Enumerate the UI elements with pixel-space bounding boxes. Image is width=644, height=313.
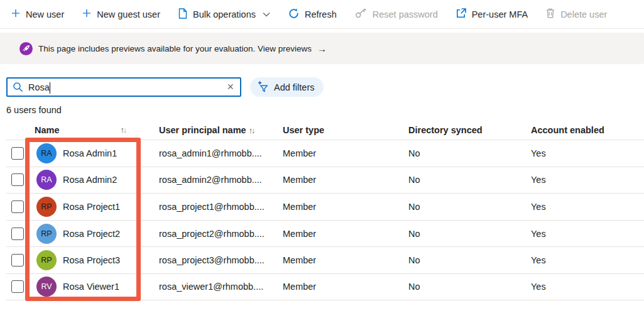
refresh-icon <box>288 8 299 21</box>
add-filters-label: Add filters <box>274 82 314 92</box>
user-principal-name: rosa_project3@rhmobb.... <box>159 255 283 265</box>
user-name-link[interactable]: Rosa Project1 <box>63 202 120 212</box>
account-enabled: Yes <box>531 229 644 239</box>
clear-search-button[interactable]: × <box>223 81 240 94</box>
user-type: Member <box>283 255 408 265</box>
account-enabled: Yes <box>531 202 644 212</box>
new-guest-user-button[interactable]: New guest user <box>82 9 160 19</box>
filter-plus-icon <box>258 80 270 94</box>
row-checkbox[interactable] <box>11 173 24 186</box>
column-header-account-enabled[interactable]: Account enabled <box>531 125 644 135</box>
avatar: RP <box>36 224 57 244</box>
per-user-mfa-label: Per-user MFA <box>472 9 528 19</box>
refresh-button[interactable]: Refresh <box>288 8 337 21</box>
banner-text: This page includes previews available fo… <box>38 44 312 53</box>
table-row[interactable]: RA Rosa Admin2 rosa_admin2@rhmobb.... Me… <box>6 167 644 194</box>
column-header-name[interactable]: Name ↑↓ <box>31 125 159 135</box>
user-name-link[interactable]: Rosa Project3 <box>63 255 120 265</box>
avatar: RA <box>36 143 57 163</box>
arrow-right-icon[interactable]: → <box>317 43 327 54</box>
key-icon <box>355 8 367 21</box>
bulk-operations-label: Bulk operations <box>193 9 256 19</box>
user-type: Member <box>283 148 408 158</box>
view-previews-link[interactable]: View previews <box>258 44 312 53</box>
plus-icon <box>11 9 20 19</box>
banner-message: This page includes previews available fo… <box>38 44 255 53</box>
results-count: 6 users found <box>6 105 644 115</box>
command-bar: New user New guest user Bulk operations … <box>0 0 644 29</box>
user-name-link[interactable]: Rosa Admin2 <box>63 175 117 185</box>
text-cursor <box>50 82 50 94</box>
trash-icon <box>546 8 555 20</box>
search-box[interactable]: × <box>6 77 241 97</box>
column-header-upn[interactable]: User principal name ↑↓ <box>159 125 283 135</box>
directory-synced: No <box>408 175 531 185</box>
row-checkbox[interactable] <box>11 228 24 240</box>
account-enabled: Yes <box>531 175 644 185</box>
row-checkbox[interactable] <box>11 200 24 213</box>
row-checkbox[interactable] <box>11 147 24 160</box>
user-principal-name: rosa_project1@rhmobb.... <box>159 202 283 212</box>
row-checkbox[interactable] <box>11 254 24 266</box>
directory-synced: No <box>408 148 531 158</box>
directory-synced: No <box>408 229 531 239</box>
refresh-label: Refresh <box>305 9 337 19</box>
sort-icons: ↑↓ <box>121 126 126 135</box>
sort-icons: ↑↓ <box>249 126 254 135</box>
upn-header-label: User principal name <box>159 125 246 135</box>
per-user-mfa-button[interactable]: Per-user MFA <box>456 8 528 20</box>
delete-user-button[interactable]: Delete user <box>546 8 607 20</box>
preview-banner: This page includes previews available fo… <box>0 33 644 64</box>
table-header: Name ↑↓ User principal name ↑↓ User type… <box>0 121 644 140</box>
directory-synced: No <box>408 282 531 292</box>
account-enabled: Yes <box>531 255 644 265</box>
chevron-down-icon <box>263 12 270 17</box>
table-row[interactable]: RA Rosa Admin1 rosa_admin1@rhmobb.... Me… <box>6 140 644 167</box>
user-name-link[interactable]: Rosa Viewer1 <box>63 282 119 292</box>
user-principal-name: rosa_admin1@rhmobb.... <box>159 148 283 158</box>
account-enabled: Yes <box>531 282 644 292</box>
user-type: Member <box>283 175 408 185</box>
avatar: RP <box>36 250 57 270</box>
reset-password-label: Reset password <box>373 9 438 19</box>
user-name-link[interactable]: Rosa Project2 <box>63 229 120 239</box>
user-name-link[interactable]: Rosa Admin1 <box>63 148 117 158</box>
directory-synced: No <box>408 255 531 265</box>
directory-synced: No <box>408 202 531 212</box>
user-principal-name: rosa_viewer1@rhmobb.... <box>159 282 283 292</box>
user-type: Member <box>283 202 408 212</box>
avatar: RP <box>36 197 57 217</box>
row-checkbox[interactable] <box>11 280 24 293</box>
user-type: Member <box>283 229 408 239</box>
user-type: Member <box>283 282 408 292</box>
search-icon <box>13 82 23 92</box>
column-header-directory-synced[interactable]: Directory synced <box>408 125 531 135</box>
table-row[interactable]: RV Rosa Viewer1 rosa_viewer1@rhmobb.... … <box>6 273 644 300</box>
table-row[interactable]: RP Rosa Project2 rosa_project2@rhmobb...… <box>6 220 644 247</box>
account-enabled: Yes <box>531 148 644 158</box>
avatar: RV <box>36 277 57 297</box>
rocket-icon <box>19 42 33 55</box>
bulk-operations-button[interactable]: Bulk operations <box>178 8 270 21</box>
new-user-button[interactable]: New user <box>11 9 64 19</box>
external-link-icon <box>456 8 466 20</box>
delete-user-label: Delete user <box>560 9 607 19</box>
search-row: × Add filters <box>6 77 644 97</box>
name-header-label: Name <box>35 125 60 135</box>
table-body: RA Rosa Admin1 rosa_admin1@rhmobb.... Me… <box>0 140 644 300</box>
new-user-label: New user <box>26 9 64 19</box>
user-principal-name: rosa_admin2@rhmobb.... <box>159 175 283 185</box>
plus-icon <box>82 9 91 19</box>
add-filters-button[interactable]: Add filters <box>250 77 324 97</box>
users-page: New user New guest user Bulk operations … <box>0 0 644 313</box>
avatar: RA <box>36 170 57 190</box>
table-row[interactable]: RP Rosa Project3 rosa_project3@rhmobb...… <box>6 246 644 273</box>
search-input[interactable] <box>28 82 223 92</box>
user-principal-name: rosa_project2@rhmobb.... <box>159 229 283 239</box>
document-icon <box>178 8 187 21</box>
new-guest-user-label: New guest user <box>97 9 160 19</box>
column-header-user-type[interactable]: User type <box>283 125 408 135</box>
table-row[interactable]: RP Rosa Project1 rosa_project1@rhmobb...… <box>6 193 644 220</box>
reset-password-button[interactable]: Reset password <box>355 8 438 21</box>
